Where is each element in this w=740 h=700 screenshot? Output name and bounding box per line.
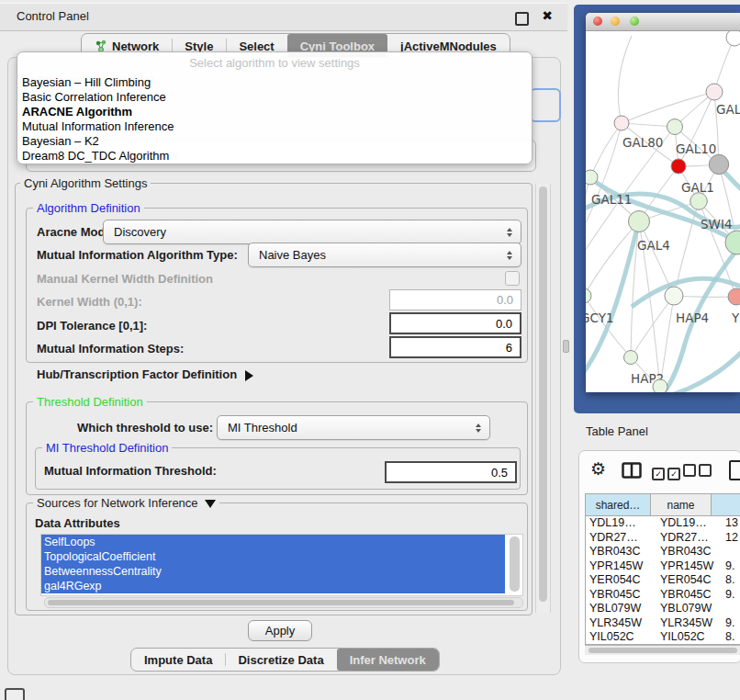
network-node[interactable] [726,31,740,46]
focused-combo-fragment[interactable] [530,88,561,122]
node-label: GCY1 [586,310,614,325]
sources-group-toggle[interactable]: Sources for Network Inference [33,496,219,510]
table-row[interactable]: YPR145WYPR145W9. [586,559,740,574]
algorithm-option[interactable]: Dream8 DC_TDC Algorithm [17,149,532,164]
network-edge-thick[interactable] [668,348,740,392]
checked-pair-icon[interactable]: ✓✓ [652,464,683,480]
dpi-tolerance-field[interactable]: 0.0 [389,312,521,334]
table-row[interactable]: YDL19…YDL19…13 [586,516,740,531]
table-cell: YBR043C [660,545,712,559]
close-traffic-icon[interactable] [593,17,602,26]
node-label: GAL11 [591,192,632,207]
network-node-gal80[interactable] [614,116,629,130]
network-node-gal[interactable] [706,84,723,100]
network-canvas[interactable]: GALGAL80GAL10GAL1GAL11SWI4GAL4GCY1HAP4YH… [586,31,740,392]
network-node-hap4[interactable] [665,287,683,305]
network-node[interactable] [653,379,667,392]
table-cell: YIL052C [660,630,705,645]
attribute-list-item[interactable]: BetweennessCentrality [41,564,505,579]
partial-table-icon[interactable] [729,460,740,480]
network-node-gal11[interactable] [586,170,598,185]
minimize-traffic-icon[interactable] [611,17,620,26]
tab-label: Infer Network [350,653,426,667]
node-label: GAL10 [676,141,716,156]
list-scrollbar-thumb[interactable] [510,536,520,592]
network-window-titlebar[interactable] [586,13,740,31]
sources-hscrollbar-thumb[interactable] [48,600,514,605]
gear-icon[interactable]: ⚙ [590,458,606,480]
attribute-list-item[interactable]: SelfLoops [41,535,505,549]
algorithm-option[interactable]: Bayesian – K2 [17,134,532,149]
network-edge-thick[interactable] [586,224,638,391]
settings-vscrollbar-thumb[interactable] [539,186,547,602]
algorithm-option[interactable]: Bayesian – Hill Climbing [17,75,532,90]
table-row[interactable]: YBL079WYBL079W [586,602,740,616]
network-window[interactable]: GALGAL80GAL10GAL1GAL11SWI4GAL4GCY1HAP4YH… [586,13,740,392]
close-icon[interactable]: ✖ [542,8,553,23]
dropdown-prompt: Select algorithm to view settings [17,52,532,75]
aracne-mode-value: Discovery [104,225,507,239]
zoom-traffic-icon[interactable] [630,17,639,26]
network-node[interactable] [709,154,728,174]
node-label: GAL [716,102,740,117]
network-edge[interactable] [618,36,632,123]
unchecked-pair-icon[interactable] [683,464,714,480]
hub-definition-toggle[interactable]: Hub/Transcription Factor Definition [37,367,253,381]
mi-threshold-group-title: MI Threshold Definition [42,441,172,455]
apply-button[interactable]: Apply [248,620,312,641]
attribute-list-item[interactable]: TopologicalCoefficient [41,549,505,564]
network-node-swi4[interactable] [690,193,708,210]
hub-definition-label: Hub/Transcription Factor Definition [37,367,237,381]
table-row[interactable]: YDR27…YDR27…12 [586,531,740,546]
settings-vscrollbar[interactable] [535,184,551,613]
float-panel-icon[interactable] [515,12,529,26]
algorithm-option[interactable]: ARACNE Algorithm [17,105,532,119]
attribute-list-item[interactable]: gal4RGexp [41,579,505,593]
network-edge-thick[interactable] [590,178,740,244]
column-header[interactable]: shared… [586,494,651,516]
which-threshold-select[interactable]: MI Threshold [217,415,490,440]
column-header[interactable]: name [651,494,712,516]
table-hscrollbar[interactable] [585,645,740,655]
algorithm-option[interactable]: Basic Correlation Inference [17,90,532,105]
table-cell: YER054C [589,573,641,588]
table-cell: YBL079W [589,602,641,616]
tab-discretize-data[interactable]: Discretize Data [225,649,336,671]
mi-steps-field[interactable]: 6 [389,336,521,358]
table-hscrollbar-thumb[interactable] [589,648,737,653]
table-row[interactable]: YLR345WYLR345W9. [586,616,740,631]
table-row[interactable]: YIL052CYIL052C8. [586,630,740,645]
table-panel-title: Table Panel [586,424,648,438]
bottom-corner-icon[interactable] [5,688,25,700]
column-header[interactable] [712,494,740,516]
manual-kernel-checkbox[interactable] [505,271,520,286]
data-attributes-list[interactable]: SelfLoopsTopologicalCoefficientBetweenne… [40,534,523,596]
table-row[interactable]: YER054CYER054C8. [586,573,740,588]
sources-hscrollbar[interactable] [44,597,523,608]
table-cell: 9. [725,559,734,574]
table-row[interactable]: YBR045CYBR045C9. [586,588,740,603]
network-node-y[interactable] [728,288,740,305]
table-cell: YBR045C [589,588,641,603]
network-edge[interactable] [590,123,622,177]
network-edge[interactable] [586,177,590,296]
mi-type-select[interactable]: Naive Bayes [248,243,521,267]
tab-impute-data[interactable]: Impute Data [131,649,225,671]
network-node-gal10[interactable] [667,119,683,135]
table-row[interactable]: YBR043CYBR043C [586,545,740,559]
network-node-gal4[interactable] [629,211,650,232]
network-node-hap2[interactable] [624,351,638,365]
table-cell: YER054C [660,573,712,588]
split-column-icon[interactable] [622,462,642,479]
network-node-gal1[interactable] [671,159,686,174]
sources-group-title: Sources for Network Inference [37,496,198,510]
panel-divider-grip[interactable] [563,340,569,353]
aracne-mode-select[interactable]: Discovery [103,220,521,244]
network-edge[interactable] [622,92,714,123]
tab-infer-network[interactable]: Infer Network [337,649,439,671]
network-node-gcy1[interactable] [586,288,591,303]
table-cell: YIL052C [589,630,634,645]
algorithm-option[interactable]: Mutual Information Inference [17,119,532,134]
node-table[interactable]: shared…name YDL19…YDL19…13YDR27…YDR27…12… [585,493,740,645]
mi-threshold-field[interactable]: 0.5 [385,461,517,483]
